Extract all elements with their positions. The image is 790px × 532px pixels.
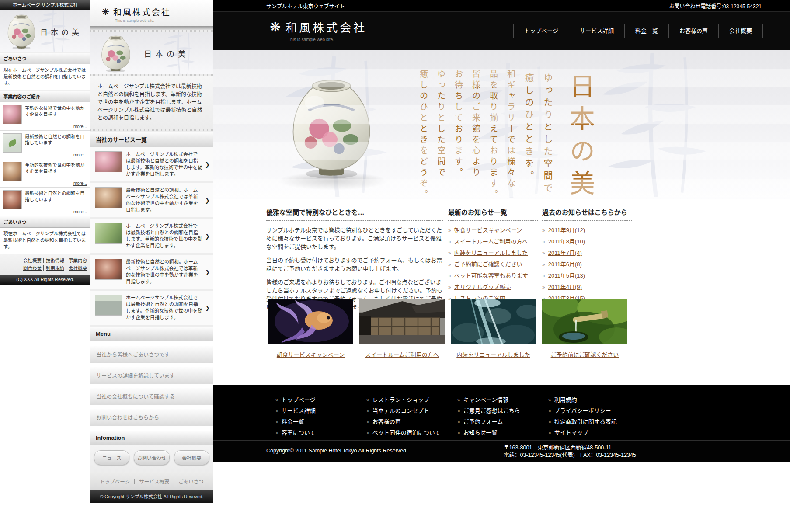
double-angle-bullet-icon: » (275, 419, 278, 425)
archive-link-2011-09[interactable]: 2011年9月(12) (548, 227, 585, 233)
stream-rocks-photo[interactable] (451, 299, 536, 344)
main-logo[interactable]: ❋ 和風株式会社 This is sample web site. (270, 19, 367, 42)
more-link[interactable]: more... (73, 209, 87, 214)
footer-link-campaign[interactable]: キャンペーン情報 (463, 396, 508, 403)
archive-link-2011-06[interactable]: 2011年6月(8) (548, 261, 582, 268)
news-link-pets[interactable]: ペット可能な客室もあります (454, 272, 528, 279)
archive-link-2011-04[interactable]: 2011年4月(9) (548, 284, 582, 290)
left-business-heading: 事業内容のご紹介 (0, 90, 90, 102)
footer-link-feedback[interactable]: ご意見ご感想はこちら (463, 407, 520, 414)
company-button[interactable]: 会社概要 (174, 450, 209, 465)
gallery-caption-suite[interactable]: スイートルームご利用の方へ (365, 351, 439, 358)
service-item[interactable]: ホームページサンプル株式会社では最新技術と自然との調和を目指します。革新的な技術… (90, 291, 213, 327)
ryokan-house-photo[interactable] (359, 299, 445, 344)
double-angle-bullet-icon: » (448, 284, 451, 290)
footer-link-tech[interactable]: 技術情報 (43, 258, 64, 263)
nav-top-page[interactable]: トップページ (513, 24, 569, 38)
footer-link-reservation-form[interactable]: ご予約フォーム (463, 418, 503, 425)
list-item[interactable]: 革新的な技術で世の中を動かす企業を目指す more... (0, 102, 90, 131)
footer-link-concept[interactable]: 当ホテルのコンセプト (372, 407, 429, 414)
footnav-service-link[interactable]: サービス概要 (134, 479, 169, 484)
footer-link-tokushoho[interactable]: 特定商取引に関する表記 (554, 418, 617, 425)
footer-link-news-list[interactable]: お知らせ一覧 (463, 429, 498, 436)
mid-footer-nav: トップページサービス概要ごあいさつ (90, 472, 213, 490)
nav-company[interactable]: 会社概要 (718, 24, 762, 38)
portrait-thumbnail[interactable] (3, 162, 22, 181)
service-item[interactable]: ホームページサンプル株式会社では最新技術と自然との調和を目指します。革新的な技術… (90, 147, 213, 183)
nav-price-list[interactable]: 料金一覧 (624, 24, 668, 38)
footer-link-terms[interactable]: 利用規約 (554, 396, 577, 403)
news-link-breakfast[interactable]: 朝食サービスキャンペーン (454, 227, 522, 233)
footer-link-company[interactable]: 会社概要 (23, 258, 42, 263)
service-item[interactable]: ホームページサンプル株式会社では最新技術と自然との調和を目指します。革新的な技術… (90, 219, 213, 255)
double-angle-bullet-icon: » (448, 239, 451, 245)
more-link[interactable]: more... (73, 181, 87, 186)
news-link-suite[interactable]: スイートルームご利用の方へ (454, 238, 528, 245)
group-photo-thumbnail[interactable] (95, 223, 122, 244)
footer-link-service[interactable]: サービス詳細 (282, 407, 316, 414)
footer-link-business[interactable]: 事業内容 (66, 258, 87, 263)
footer-link-top[interactable]: トップページ (282, 396, 316, 403)
main-logo-tagline: This is sample web site. (288, 37, 367, 42)
building-thumbnail[interactable] (95, 295, 122, 316)
chevron-right-icon: ❯ (205, 269, 210, 275)
menu-item-company[interactable]: 当社の会社概要について確認する (90, 387, 213, 405)
more-link[interactable]: more... (73, 153, 87, 157)
footer-link-terms[interactable]: 利用規約 (43, 265, 64, 271)
double-angle-bullet-icon: » (448, 227, 451, 233)
footer-link-contact[interactable]: 問合わせ (23, 265, 42, 271)
portrait-thumbnail[interactable] (3, 190, 22, 209)
site-name: サンプルホテル東京ウェブサイト (266, 2, 345, 10)
news-link-goods[interactable]: オリジナルグッズ販売 (454, 284, 511, 290)
nav-service-detail[interactable]: サービス詳細 (569, 24, 624, 38)
portrait-thumbnail[interactable] (3, 105, 22, 124)
list-item: »内装をリニューアルしました (448, 248, 538, 257)
goldfish-photo[interactable] (268, 299, 353, 344)
double-angle-bullet-icon: » (275, 430, 278, 436)
footnav-greeting-link[interactable]: ごあいさつ (174, 479, 204, 484)
portrait-thumbnail[interactable] (95, 151, 122, 172)
news-link-reservation[interactable]: ご予約前にご確認ください (454, 261, 522, 268)
list-item: »2011年6月(8) (542, 260, 632, 268)
footer-link-price[interactable]: 料金一覧 (282, 418, 304, 425)
left-greeting-heading: ごあいさつ (0, 52, 90, 64)
portrait-thumbnail[interactable] (95, 187, 122, 208)
double-angle-bullet-icon: » (548, 408, 551, 414)
footer-link-rooms[interactable]: 客室について (282, 429, 316, 436)
footer-link-sitemap[interactable]: サイトマップ (554, 429, 588, 436)
footer-link-privacy[interactable]: プライバシーポリシー (554, 407, 611, 414)
list-item[interactable]: 革新的な技術で世の中を動かす企業を目指す more... (0, 159, 90, 188)
list-item[interactable]: 最新技術と自然との調和を目指しています more... (0, 188, 90, 216)
gallery-caption-breakfast[interactable]: 朝食サービスキャンペーン (277, 351, 345, 358)
footer-link-pets[interactable]: ペット同伴の宿泊について (372, 429, 441, 436)
bamboo-fountain-photo[interactable] (542, 299, 627, 344)
news-link-renewal[interactable]: 内装をリニューアルしました (454, 250, 528, 256)
chevron-right-icon: ❯ (205, 305, 210, 311)
double-angle-bullet-icon: » (457, 408, 460, 414)
footnav-top-link[interactable]: トップページ (100, 479, 130, 484)
footer-link-restaurant[interactable]: レストラン・ショップ (372, 396, 429, 403)
more-link[interactable]: more... (73, 124, 87, 129)
gallery-caption-interior[interactable]: 内装をリニューアルしました (456, 351, 530, 358)
footer-link-voice[interactable]: お客様の声 (372, 418, 401, 425)
double-angle-bullet-icon: » (275, 397, 278, 403)
menu-item-greeting[interactable]: 当社から皆様へごあいさつです (90, 345, 213, 363)
menu-item-contact[interactable]: お問い合わせはこちらから (90, 408, 213, 426)
archive-link-2011-07[interactable]: 2011年7月(4) (548, 250, 582, 256)
left-hero-banner: 日本の美 (0, 10, 90, 52)
menu-item-services[interactable]: サービスの詳細を解説しています (90, 366, 213, 384)
archive-link-2011-08[interactable]: 2011年8月(10) (548, 238, 585, 245)
service-item[interactable]: 最新技術と自然との調和。ホームページサンプル株式会社では革新的な技術で世の中を動… (90, 255, 213, 291)
news-button[interactable]: ニュース (94, 450, 129, 465)
nav-customer-voice[interactable]: お客様の声 (668, 24, 718, 38)
portrait-thumbnail[interactable] (95, 259, 122, 280)
contact-button[interactable]: お問い合わせ (134, 450, 169, 465)
archive-link-2011-05[interactable]: 2011年5月(13) (548, 272, 585, 279)
footer-link-company2[interactable]: 会社概要 (66, 265, 87, 271)
double-angle-bullet-icon: » (457, 419, 460, 425)
gallery-caption-confirm[interactable]: ご予約前にご確認ください (551, 351, 619, 358)
leaf-thumbnail[interactable] (3, 133, 22, 153)
double-angle-bullet-icon: » (366, 408, 369, 414)
list-item[interactable]: 最新技術と自然との調和を目指しています more... (0, 131, 90, 159)
service-item[interactable]: 最新技術と自然との調和。ホームページサンプル株式会社では革新的な技術で世の中を動… (90, 183, 213, 219)
